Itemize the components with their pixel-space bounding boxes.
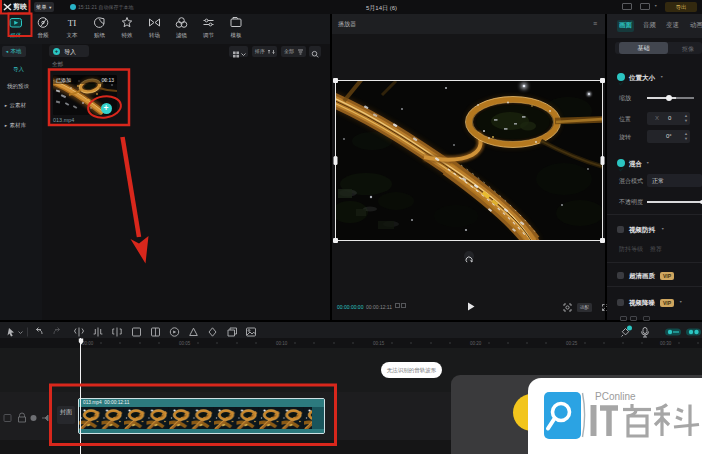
svg-text:媒体: 媒体: [10, 32, 22, 38]
svg-text:滤镜: 滤镜: [176, 32, 188, 39]
svg-text:特效: 特效: [122, 32, 134, 39]
svg-text:00:00: 00:00: [82, 341, 94, 346]
svg-text:模板: 模板: [231, 32, 243, 38]
svg-text:文本: 文本: [67, 32, 79, 38]
svg-text:00:05: 00:05: [179, 341, 191, 346]
svg-text:00:20: 00:20: [470, 341, 482, 346]
svg-text:00:30: 00:30: [660, 341, 672, 346]
svg-text:调节: 调节: [202, 32, 215, 39]
svg-text:转场: 转场: [149, 32, 160, 39]
svg-text:00:10: 00:10: [276, 341, 288, 346]
svg-text:00:15: 00:15: [373, 341, 385, 346]
svg-text:贴纸: 贴纸: [94, 32, 106, 38]
svg-text:00:25: 00:25: [566, 341, 578, 346]
svg-text:TI: TI: [68, 18, 77, 28]
svg-text:音频: 音频: [38, 32, 50, 39]
